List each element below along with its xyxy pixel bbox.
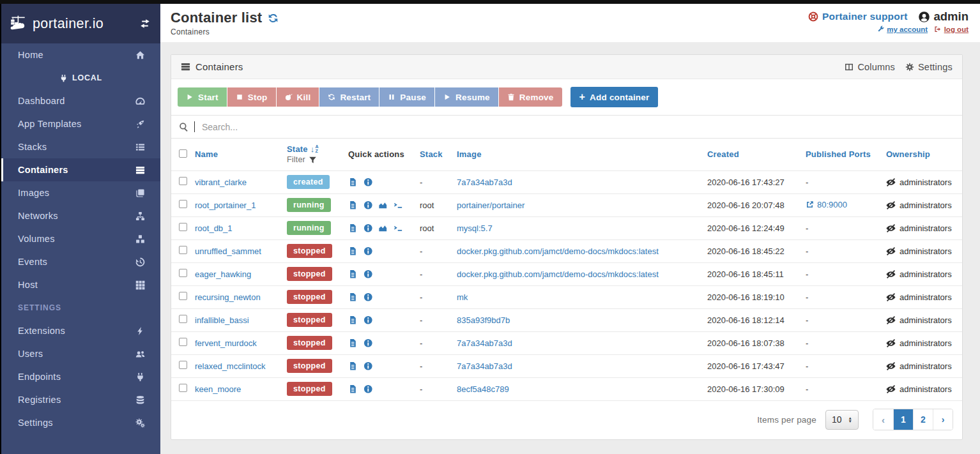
row-checkbox[interactable] bbox=[179, 223, 187, 231]
resume-button[interactable]: Resume bbox=[435, 87, 498, 107]
restart-button[interactable]: Restart bbox=[319, 87, 379, 107]
sidebar-item-dashboard[interactable]: Dashboard bbox=[1, 89, 160, 112]
my-account-link[interactable]: my account bbox=[877, 26, 928, 33]
image-link[interactable]: mysql:5.7 bbox=[457, 223, 493, 233]
columns-button[interactable]: Columns bbox=[845, 62, 895, 72]
row-checkbox[interactable] bbox=[179, 315, 187, 323]
kill-button[interactable]: Kill bbox=[277, 87, 319, 107]
image-link[interactable]: docker.pkg.github.com/jamct/demo-docs/mk… bbox=[457, 246, 659, 256]
column-header-ownership[interactable]: Ownership bbox=[885, 139, 962, 170]
row-checkbox[interactable] bbox=[179, 384, 187, 392]
logs-icon[interactable] bbox=[348, 201, 358, 210]
inspect-icon[interactable] bbox=[364, 201, 373, 210]
image-link[interactable]: 7a7a34ab7a3d bbox=[457, 338, 512, 348]
container-name-link[interactable]: unruffled_sammet bbox=[195, 246, 261, 256]
inspect-icon[interactable] bbox=[364, 223, 373, 233]
table-settings-button[interactable]: Settings bbox=[905, 62, 953, 72]
image-link[interactable]: 835a93f9bd7b bbox=[457, 315, 510, 325]
start-button[interactable]: Start bbox=[178, 87, 227, 107]
container-name-link[interactable]: root_portainer_1 bbox=[195, 201, 256, 210]
portainer-support-link[interactable]: Portainer support bbox=[808, 11, 907, 22]
logs-icon[interactable] bbox=[348, 246, 358, 256]
column-header-image[interactable]: Image bbox=[456, 139, 707, 170]
logs-icon[interactable] bbox=[348, 292, 358, 302]
pause-button[interactable]: Pause bbox=[379, 87, 434, 107]
sidebar-item-events[interactable]: Events bbox=[1, 250, 160, 273]
inspect-icon[interactable] bbox=[364, 338, 373, 348]
row-checkbox[interactable] bbox=[179, 338, 187, 346]
stats-icon[interactable] bbox=[378, 201, 388, 210]
sidebar-item-endpoints[interactable]: Endpoints bbox=[1, 365, 160, 388]
row-checkbox[interactable] bbox=[179, 361, 187, 369]
console-icon[interactable] bbox=[394, 201, 403, 210]
inspect-icon[interactable] bbox=[364, 292, 373, 302]
sidebar-item-host[interactable]: Host bbox=[1, 273, 160, 296]
page-2-button[interactable]: 2 bbox=[913, 409, 933, 430]
logs-icon[interactable] bbox=[348, 178, 358, 187]
column-header-stack[interactable]: Stack bbox=[419, 139, 456, 170]
state-header-label[interactable]: State bbox=[287, 144, 308, 154]
logs-icon[interactable] bbox=[348, 384, 358, 394]
page-1-button[interactable]: 1 bbox=[893, 409, 913, 430]
container-name-link[interactable]: recursing_newton bbox=[195, 292, 261, 302]
sidebar-item-app-templates[interactable]: App Templates bbox=[1, 112, 160, 135]
inspect-icon[interactable] bbox=[364, 384, 373, 394]
row-checkbox[interactable] bbox=[179, 177, 187, 185]
prev-page-button[interactable]: ‹ bbox=[873, 409, 893, 430]
refresh-icon[interactable] bbox=[268, 13, 279, 24]
image-link[interactable]: portainer/portainer bbox=[457, 201, 524, 210]
console-icon[interactable] bbox=[394, 223, 403, 233]
sidebar-item-settings[interactable]: Settings bbox=[1, 411, 160, 434]
inspect-icon[interactable] bbox=[364, 361, 373, 371]
image-link[interactable]: 7a7a34ab7a3d bbox=[457, 178, 512, 187]
logs-icon[interactable] bbox=[348, 269, 358, 279]
sidebar-item-stacks[interactable]: Stacks bbox=[1, 135, 160, 158]
sidebar-item-home[interactable]: Home bbox=[1, 43, 160, 66]
image-link[interactable]: 8ecf5a48c789 bbox=[457, 384, 509, 394]
container-name-link[interactable]: relaxed_mcclintock bbox=[195, 361, 266, 371]
published-port-link[interactable]: 80:9000 bbox=[806, 200, 847, 209]
add-container-button[interactable]: + Add container bbox=[570, 87, 659, 107]
row-checkbox[interactable] bbox=[179, 246, 187, 254]
sidebar-item-networks[interactable]: Networks bbox=[1, 204, 160, 227]
sort-icon[interactable]: ↓ AZ bbox=[310, 144, 319, 154]
image-link[interactable]: mk bbox=[457, 292, 468, 302]
items-per-page-select[interactable]: 10 ▲▼ bbox=[825, 410, 859, 430]
sidebar-item-users[interactable]: Users bbox=[1, 342, 160, 365]
stats-icon[interactable] bbox=[378, 223, 388, 233]
remove-button[interactable]: Remove bbox=[499, 87, 562, 107]
breadcrumb[interactable]: Containers bbox=[171, 27, 279, 36]
sidebar-item-extensions[interactable]: Extensions bbox=[1, 319, 160, 342]
inspect-icon[interactable] bbox=[364, 269, 373, 279]
container-name-link[interactable]: vibrant_clarke bbox=[195, 178, 247, 187]
next-page-button[interactable]: › bbox=[933, 409, 953, 430]
row-checkbox[interactable] bbox=[179, 292, 187, 300]
logs-icon[interactable] bbox=[348, 223, 358, 233]
row-checkbox[interactable] bbox=[179, 200, 187, 208]
column-header-name[interactable]: Name bbox=[194, 139, 286, 170]
collapse-sidebar-icon[interactable] bbox=[140, 19, 150, 29]
column-header-published-ports[interactable]: Published Ports bbox=[805, 139, 885, 170]
image-link[interactable]: docker.pkg.github.com/jamct/demo-docs/mk… bbox=[457, 269, 659, 279]
image-link[interactable]: 7a7a34ab7a3d bbox=[457, 361, 512, 371]
container-name-link[interactable]: keen_moore bbox=[195, 384, 241, 394]
search-input[interactable] bbox=[201, 121, 954, 133]
container-name-link[interactable]: root_db_1 bbox=[195, 223, 233, 233]
sidebar-item-containers[interactable]: Containers bbox=[1, 158, 160, 181]
inspect-icon[interactable] bbox=[364, 246, 373, 256]
sidebar-item-registries[interactable]: Registries bbox=[1, 388, 160, 411]
stop-button[interactable]: Stop bbox=[227, 87, 276, 107]
logs-icon[interactable] bbox=[348, 315, 358, 325]
logs-icon[interactable] bbox=[348, 361, 358, 371]
filter-icon[interactable] bbox=[309, 156, 317, 164]
container-name-link[interactable]: fervent_murdock bbox=[195, 338, 257, 348]
column-header-created[interactable]: Created bbox=[707, 139, 805, 170]
inspect-icon[interactable] bbox=[364, 315, 373, 325]
row-checkbox[interactable] bbox=[179, 269, 187, 277]
inspect-icon[interactable] bbox=[364, 178, 373, 187]
log-out-link[interactable]: log out bbox=[934, 26, 969, 33]
sidebar-item-volumes[interactable]: Volumes bbox=[1, 227, 160, 250]
sidebar-item-images[interactable]: Images bbox=[1, 181, 160, 204]
container-name-link[interactable]: eager_hawking bbox=[195, 269, 251, 279]
select-all-checkbox[interactable] bbox=[179, 149, 187, 158]
